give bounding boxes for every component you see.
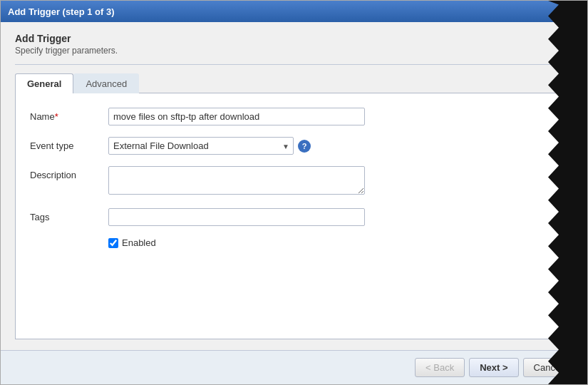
tab-content-general: Name* Event type External File Download (15, 93, 573, 339)
general-panel: Name* Event type External File Download (30, 108, 558, 260)
name-input[interactable] (108, 108, 365, 125)
section-header: Add Trigger Specify trigger parameters. (15, 33, 573, 56)
event-type-container: External File Download Internal File Upl… (108, 137, 365, 155)
name-required: * (55, 111, 58, 122)
tab-advanced[interactable]: Advanced (73, 73, 139, 93)
name-label: Name* (30, 108, 108, 122)
description-field-container (108, 166, 365, 197)
enabled-checkbox[interactable] (108, 238, 118, 248)
description-label: Description (30, 166, 108, 180)
next-button[interactable]: Next > (469, 358, 518, 377)
section-subtitle: Specify trigger parameters. (15, 46, 573, 56)
event-type-select[interactable]: External File Download Internal File Upl… (108, 137, 294, 155)
help-icon[interactable]: ? (298, 140, 311, 153)
dialog-body: Add Trigger Specify trigger parameters. … (1, 22, 587, 350)
event-type-select-wrapper: External File Download Internal File Upl… (108, 137, 365, 155)
enabled-label[interactable]: Enabled (122, 237, 156, 248)
back-button[interactable]: < Back (415, 358, 465, 377)
tags-field-container (108, 208, 365, 226)
section-divider (15, 64, 573, 65)
tabs-container: General Advanced (15, 73, 573, 93)
tags-input[interactable] (108, 208, 365, 226)
name-row: Name* (30, 108, 558, 125)
tab-general[interactable]: General (15, 73, 73, 93)
tags-row: Tags (30, 208, 558, 226)
tags-label: Tags (30, 208, 108, 222)
description-input[interactable] (108, 166, 365, 195)
name-field-container (108, 108, 365, 125)
event-type-row: Event type External File Download Intern… (30, 137, 558, 155)
enabled-row: Enabled (30, 237, 558, 248)
enabled-checkbox-container: Enabled (108, 237, 156, 248)
dialog-footer: < Back Next > Cancel (1, 350, 587, 384)
section-title: Add Trigger (15, 33, 573, 44)
event-type-label: Event type (30, 137, 108, 151)
event-type-select-container: External File Download Internal File Upl… (108, 137, 294, 155)
description-row: Description (30, 166, 558, 197)
dialog-titlebar: Add Trigger (step 1 of 3) × (1, 1, 587, 22)
add-trigger-dialog: Add Trigger (step 1 of 3) × Add Trigger … (0, 0, 588, 385)
dialog-title: Add Trigger (step 1 of 3) (8, 6, 115, 17)
